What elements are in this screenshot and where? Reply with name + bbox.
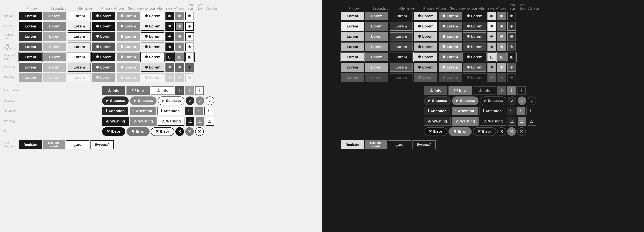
icon-warning-secondary[interactable]: ⚠ bbox=[196, 117, 204, 126]
icon-alt-pressed-dark[interactable]: ✺ bbox=[507, 63, 516, 72]
btn-error-secondary[interactable]: ✖ Error bbox=[126, 127, 150, 136]
btn-register-fi[interactable]: Rekiste- röinti bbox=[43, 140, 65, 149]
icon-secondary-pressed[interactable]: ✺ bbox=[175, 63, 184, 72]
btn-alt-pressed[interactable]: Lorem bbox=[68, 63, 91, 72]
btn-register-fi-dark[interactable]: Rekiste- röinti bbox=[365, 140, 387, 149]
btn-primary-mo-dark[interactable]: Lorem bbox=[341, 32, 364, 41]
icon-secondary-focus-dark[interactable]: ✺ bbox=[497, 22, 506, 31]
btn-alt-mo-dark[interactable]: Lorem bbox=[390, 32, 413, 41]
btn-alt-icon-selected[interactable]: ✺ Lorem bbox=[141, 53, 164, 61]
btn-primary-icon-tap-dark[interactable]: ✺ Lorem bbox=[414, 43, 437, 51]
btn-secondary-icon-default[interactable]: ✺ Lorem bbox=[116, 12, 140, 20]
icon-alt-mo-dark[interactable]: ✺ bbox=[507, 32, 516, 41]
icon-primary-tap-dark[interactable]: ✺ bbox=[488, 43, 496, 51]
btn-secondary-tap-dark[interactable]: Lorem bbox=[365, 43, 388, 51]
btn-error-alt[interactable]: ✖ Error bbox=[151, 127, 174, 136]
icon-primary-focus[interactable]: ✺ bbox=[166, 22, 174, 31]
btn-primary-focus-dark[interactable]: Lorem bbox=[341, 22, 364, 31]
btn-primary-icon-sel-dark[interactable]: ✺ Lorem bbox=[414, 53, 437, 61]
btn-success-secondary-dark[interactable]: ✔ Success bbox=[452, 96, 478, 105]
icon-info-primary-dark[interactable]: ⓘ bbox=[497, 86, 506, 95]
btn-secondary-pressed-dark[interactable]: Lorem bbox=[365, 63, 388, 72]
icon-alt-focus[interactable]: ✺ bbox=[185, 22, 194, 31]
icon-info-secondary[interactable]: ⓘ bbox=[185, 86, 194, 95]
btn-attention-alt-dark[interactable]: ℹ Attention bbox=[479, 107, 506, 115]
icon-warning-primary[interactable]: ⚠ bbox=[186, 117, 194, 126]
icon-alt-pressed[interactable]: ✺ bbox=[185, 63, 194, 72]
btn-attention-alt[interactable]: ℹ Attention bbox=[157, 107, 184, 115]
btn-register-ar-dark[interactable]: لجس bbox=[388, 140, 411, 149]
btn-warning-alt[interactable]: ⚠ Warning bbox=[158, 117, 184, 126]
icon-info-secondary-dark[interactable]: ⓘ bbox=[507, 86, 516, 95]
icon-secondary-tap[interactable]: ✺ bbox=[175, 43, 184, 51]
btn-secondary-mo-dark[interactable]: Lorem bbox=[365, 32, 388, 41]
icon-secondary-selected[interactable]: ⊞ bbox=[175, 53, 184, 61]
icon-attention-alt-dark[interactable]: ℹ bbox=[526, 107, 535, 115]
btn-info-secondary[interactable]: ⓘ Info bbox=[126, 86, 150, 95]
btn-primary-focus[interactable]: Lorem bbox=[19, 22, 42, 31]
btn-secondary-icon-pressed-dark[interactable]: ✺ Lorem bbox=[438, 63, 462, 72]
icon-error-secondary[interactable]: ✖ bbox=[185, 127, 194, 136]
btn-attention-secondary-dark[interactable]: ℹ Attention bbox=[452, 107, 478, 115]
btn-register-gr-dark[interactable]: Εγγραφή bbox=[412, 140, 436, 149]
icon-alt-tap-dark[interactable]: ✺ bbox=[507, 43, 516, 51]
icon-success-alt-dark[interactable]: ✔ bbox=[528, 96, 536, 105]
btn-secondary-icon-default-dark[interactable]: ✺ Lorem bbox=[438, 12, 462, 20]
icon-alt-sel-dark[interactable]: ⊞ bbox=[507, 53, 516, 61]
btn-primary-icon-tap[interactable]: ✺ Lorem bbox=[92, 43, 115, 51]
btn-secondary-icon-tap-dark[interactable]: ✺ Lorem bbox=[438, 43, 462, 51]
btn-warning-secondary[interactable]: ⚠ Warning bbox=[130, 117, 156, 126]
btn-alt-icon-default[interactable]: ✺ Lorem bbox=[141, 12, 164, 20]
icon-primary-default[interactable]: ✺ bbox=[166, 12, 174, 20]
btn-primary-sel-dark[interactable]: Lorem bbox=[341, 53, 364, 61]
icon-primary-selected[interactable]: ⊞ bbox=[166, 53, 174, 61]
btn-secondary-tap[interactable]: Lorem bbox=[43, 43, 66, 51]
btn-warning-alt-dark[interactable]: ⚠ Warning bbox=[480, 117, 506, 126]
icon-primary-pressed-dark[interactable]: ✺ bbox=[488, 63, 496, 72]
btn-secondary-default-dark[interactable]: Lorem bbox=[365, 12, 388, 20]
btn-register-ar[interactable]: لجس bbox=[66, 140, 89, 149]
btn-secondary-focus-dark[interactable]: Lorem bbox=[365, 22, 388, 31]
btn-primary-default-dark[interactable]: Lorem bbox=[341, 12, 364, 20]
icon-warning-secondary-dark[interactable]: ⚠ bbox=[518, 117, 526, 126]
icon-error-alt-dark[interactable]: ✖ bbox=[517, 127, 526, 136]
btn-alt-icon-pressed-dark[interactable]: ✺ Lorem bbox=[463, 63, 486, 72]
icon-primary-mouseover[interactable]: ✺ bbox=[166, 32, 174, 41]
btn-primary-icon-default-dark[interactable]: ✺ Lorem bbox=[414, 12, 437, 20]
icon-secondary-pressed-dark[interactable]: ✺ bbox=[497, 63, 506, 72]
btn-primary-icon-mouseover[interactable]: ✺ Lorem bbox=[92, 32, 115, 41]
btn-info-alt-dark[interactable]: ⓘ Info bbox=[473, 86, 496, 95]
btn-alt-default-dark[interactable]: Lorem bbox=[390, 12, 413, 20]
btn-alt-sel-dark[interactable]: Lorem bbox=[390, 53, 413, 61]
icon-success-primary-dark[interactable]: ✔ bbox=[508, 96, 516, 105]
btn-primary-tap[interactable]: Lorem bbox=[19, 43, 42, 51]
btn-alt-mouseover[interactable]: Lorem bbox=[68, 32, 91, 41]
icon-success-secondary-dark[interactable]: ✔ bbox=[518, 96, 526, 105]
btn-secondary-icon-mo-dark[interactable]: ✺ Lorem bbox=[438, 32, 462, 41]
icon-success-primary[interactable]: ✔ bbox=[186, 96, 194, 105]
btn-secondary-icon-tap[interactable]: ✺ Lorem bbox=[116, 43, 140, 51]
btn-alt-icon-mouseover[interactable]: ✺ Lorem bbox=[141, 32, 164, 41]
icon-alt-mouseover[interactable]: ✺ bbox=[185, 32, 194, 41]
icon-attention-alt[interactable]: ℹ bbox=[204, 107, 213, 115]
icon-alt-focus-dark[interactable]: ✺ bbox=[507, 22, 516, 31]
icon-error-primary[interactable]: ✖ bbox=[175, 127, 184, 136]
btn-primary-icon-selected[interactable]: ✺ Lorem bbox=[92, 53, 115, 61]
btn-secondary-icon-focus-dark[interactable]: ✺ Lorem bbox=[438, 22, 462, 31]
icon-alt-default[interactable]: ✺ bbox=[185, 12, 194, 20]
icon-secondary-default-dark[interactable]: ✺ bbox=[497, 12, 506, 20]
icon-secondary-mouseover[interactable]: ✺ bbox=[175, 32, 184, 41]
btn-alt-tap-dark[interactable]: Lorem bbox=[390, 43, 413, 51]
btn-register-en-dark[interactable]: Register bbox=[341, 140, 364, 149]
btn-alt-icon-pressed[interactable]: ✺ Lorem bbox=[141, 63, 164, 72]
btn-error-primary[interactable]: ✖ Error bbox=[102, 127, 125, 136]
btn-warning-secondary-dark[interactable]: ⚠ Warning bbox=[452, 117, 478, 126]
btn-alt-tap[interactable]: Lorem bbox=[68, 43, 91, 51]
icon-error-primary-dark[interactable]: ✖ bbox=[497, 127, 506, 136]
btn-warning-primary[interactable]: ⚠ Warning bbox=[102, 117, 129, 126]
btn-alt-focus[interactable]: Lorem bbox=[68, 22, 91, 31]
btn-primary-selected[interactable]: Lorem bbox=[19, 53, 42, 61]
btn-primary-mouseover[interactable]: Lorem bbox=[19, 32, 42, 41]
icon-primary-sel-dark[interactable]: ⊞ bbox=[488, 53, 496, 61]
icon-error-alt[interactable]: ✖ bbox=[195, 127, 204, 136]
